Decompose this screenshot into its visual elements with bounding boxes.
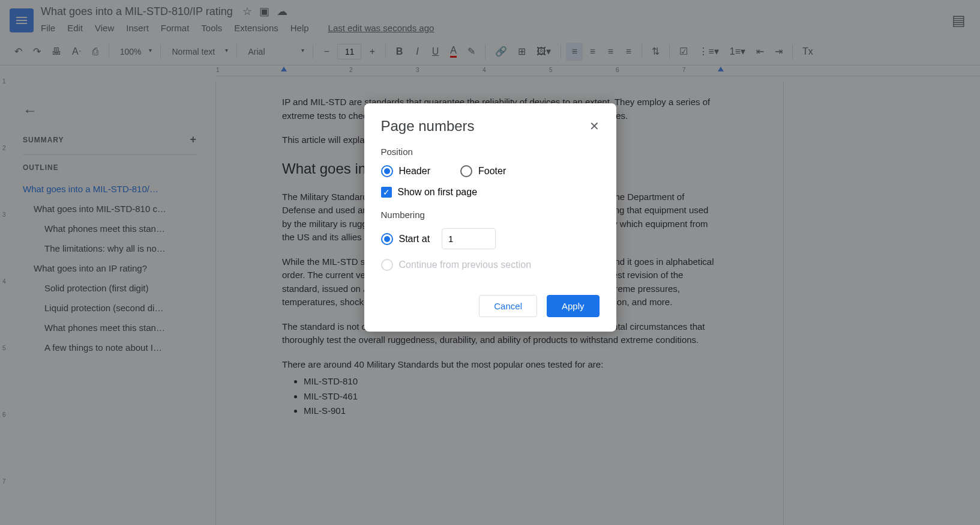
- continue-section-radio: Continue from previous section: [381, 259, 600, 271]
- radio-icon: [381, 233, 393, 245]
- numbering-label: Numbering: [381, 210, 600, 220]
- show-first-page-checkbox[interactable]: ✓ Show on first page: [381, 187, 600, 198]
- dialog-title: Page numbers: [381, 118, 475, 135]
- radio-label: Continue from previous section: [399, 259, 532, 270]
- checkbox-icon: ✓: [381, 187, 392, 198]
- radio-icon: [381, 165, 393, 177]
- position-header-radio[interactable]: Header: [381, 165, 430, 177]
- radio-label: Start at: [399, 234, 430, 244]
- radio-label: Footer: [478, 166, 506, 177]
- position-label: Position: [381, 147, 600, 157]
- modal-overlay[interactable]: Page numbers ✕ Position Header Footer ✓ …: [0, 0, 980, 525]
- start-at-radio[interactable]: Start at: [381, 233, 430, 245]
- checkbox-label: Show on first page: [398, 187, 478, 198]
- apply-button[interactable]: Apply: [547, 295, 600, 317]
- radio-icon: [381, 259, 393, 271]
- start-at-input[interactable]: [442, 228, 496, 249]
- radio-label: Header: [399, 166, 430, 177]
- radio-icon: [460, 165, 472, 177]
- position-footer-radio[interactable]: Footer: [460, 165, 506, 177]
- cancel-button[interactable]: Cancel: [479, 295, 537, 317]
- page-numbers-dialog: Page numbers ✕ Position Header Footer ✓ …: [364, 103, 616, 332]
- close-icon[interactable]: ✕: [589, 119, 600, 133]
